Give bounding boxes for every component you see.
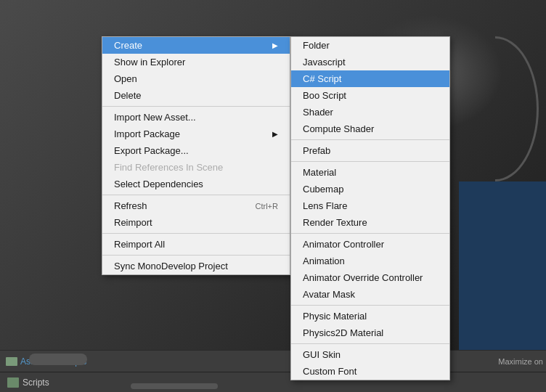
submenu-item-custom-font[interactable]: Custom Font — [291, 363, 449, 380]
submenu-separator — [291, 305, 449, 306]
submenu-item-physic-material[interactable]: Physic Material — [291, 308, 449, 324]
scripts-folder-icon — [7, 377, 19, 388]
submenu-separator — [291, 233, 449, 234]
menu-item-label: Create — [114, 40, 142, 51]
menu-item-label: Reimport All — [114, 239, 165, 250]
menu-separator — [102, 195, 290, 195]
menu-item-create[interactable]: Create▶ — [102, 37, 290, 54]
submenu-item-shader[interactable]: Shader — [291, 104, 449, 121]
menu-separator — [102, 255, 290, 256]
submenu-item-material[interactable]: Material — [291, 164, 449, 181]
menu-item-label: Import New Asset... — [114, 112, 196, 123]
assets-bar: Assets ► Scripts Maximize on — [0, 350, 546, 372]
submenu-separator — [291, 343, 449, 344]
menu-item-label: Find References In Scene — [114, 162, 223, 173]
submenu-separator — [291, 161, 449, 162]
menu-item-import-package[interactable]: Import Package▶ — [102, 126, 290, 142]
submenu-item-lens-flare[interactable]: Lens Flare — [291, 197, 449, 214]
submenu-item-boo-script[interactable]: Boo Script — [291, 87, 449, 104]
bottom-bar-label: Scripts — [23, 377, 49, 388]
submenu-separator — [291, 139, 449, 140]
menu-item-show-in-explorer[interactable]: Show in Explorer — [102, 54, 290, 70]
menu-item-label: Open — [114, 73, 137, 84]
context-menu-right: FolderJavascriptC# ScriptBoo ScriptShade… — [290, 36, 450, 380]
menu-item-label: Import Package — [114, 128, 180, 139]
menu-item-label: Sync MonoDevelop Project — [114, 261, 228, 271]
submenu-item-compute-shader[interactable]: Compute Shader — [291, 121, 449, 137]
menu-item-find-references: Find References In Scene — [102, 159, 290, 176]
search-input[interactable] — [29, 354, 87, 365]
menu-item-label: Refresh — [114, 200, 147, 211]
menu-item-label: Export Package... — [114, 145, 189, 156]
menu-separator — [102, 233, 290, 234]
submenu-item-avatar-mask[interactable]: Avatar Mask — [291, 286, 449, 303]
menu-item-reimport[interactable]: Reimport — [102, 214, 290, 231]
submenu-item-prefab[interactable]: Prefab — [291, 142, 449, 159]
submenu-item-cubemap[interactable]: Cubemap — [291, 181, 449, 197]
submenu-item-folder[interactable]: Folder — [291, 37, 449, 54]
menu-item-refresh[interactable]: RefreshCtrl+R — [102, 197, 290, 214]
context-menu-left: Create▶Show in ExplorerOpenDeleteImport … — [102, 36, 290, 275]
submenu-arrow-icon: ▶ — [272, 130, 278, 138]
menu-separator — [102, 106, 290, 107]
menu-item-open[interactable]: Open — [102, 70, 290, 87]
submenu-item-animator-controller[interactable]: Animator Controller — [291, 236, 449, 253]
folder-icon — [6, 357, 17, 366]
scroll-bar[interactable] — [131, 383, 218, 389]
menu-item-label: Delete — [114, 90, 142, 101]
submenu-item-animator-override[interactable]: Animator Override Controller — [291, 269, 449, 286]
menu-item-label: Show in Explorer — [114, 57, 185, 68]
menu-item-select-dependencies[interactable]: Select Dependencies — [102, 176, 290, 192]
maximize-label: Maximize on — [498, 357, 543, 366]
submenu-item-gui-skin[interactable]: GUI Skin — [291, 346, 449, 363]
menu-item-shortcut: Ctrl+R — [256, 202, 278, 211]
menu-item-label: Reimport — [114, 217, 152, 228]
menu-item-reimport-all[interactable]: Reimport All — [102, 236, 290, 253]
submenu-item-physics2d-material[interactable]: Physics2D Material — [291, 324, 449, 341]
menu-item-label: Select Dependencies — [114, 179, 203, 189]
menu-item-import-new-asset[interactable]: Import New Asset... — [102, 109, 290, 126]
menu-item-sync-monodevelop[interactable]: Sync MonoDevelop Project — [102, 258, 290, 274]
submenu-arrow-icon: ▶ — [272, 41, 278, 49]
bottom-bar: Scripts — [0, 372, 546, 392]
menu-item-delete[interactable]: Delete — [102, 87, 290, 104]
submenu-item-animation[interactable]: Animation — [291, 253, 449, 269]
submenu-item-csharp-script[interactable]: C# Script — [291, 70, 449, 87]
submenu-item-javascript[interactable]: Javascript — [291, 54, 449, 70]
menu-item-export-package[interactable]: Export Package... — [102, 142, 290, 159]
submenu-item-render-texture[interactable]: Render Texture — [291, 214, 449, 231]
